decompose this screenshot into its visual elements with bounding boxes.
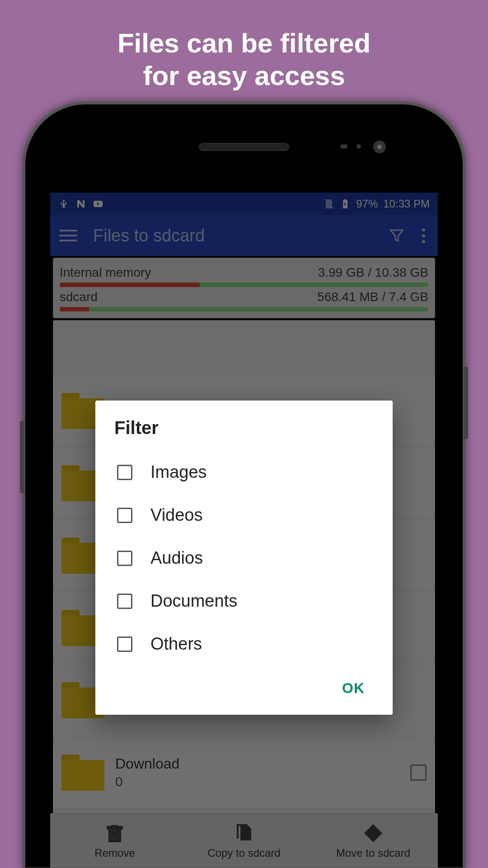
filter-option-videos[interactable]: Videos xyxy=(114,494,374,537)
checkbox[interactable] xyxy=(117,594,132,609)
checkbox[interactable] xyxy=(117,508,132,523)
filter-label: Images xyxy=(150,462,207,482)
filter-label: Others xyxy=(150,634,202,654)
filter-option-others[interactable]: Others xyxy=(114,623,374,665)
phone-screen: 97% 10:33 PM Files to sdcard Internal me… xyxy=(50,193,438,868)
filter-dialog: Filter Images Videos Audios Documents xyxy=(95,401,393,715)
filter-label: Documents xyxy=(150,591,237,611)
filter-option-documents[interactable]: Documents xyxy=(114,580,374,623)
phone-speaker xyxy=(199,143,289,151)
promo-heading: Files can be filtered for easy access xyxy=(0,0,488,110)
checkbox[interactable] xyxy=(117,551,132,566)
filter-label: Videos xyxy=(150,505,203,525)
filter-option-audios[interactable]: Audios xyxy=(114,537,374,580)
phone-frame: 97% 10:33 PM Files to sdcard Internal me… xyxy=(23,102,465,868)
phone-sensor xyxy=(357,144,361,149)
filter-option-images[interactable]: Images xyxy=(114,451,374,494)
ok-button[interactable]: OK xyxy=(333,675,374,702)
phone-sensor xyxy=(340,144,347,149)
phone-camera xyxy=(373,141,386,153)
checkbox[interactable] xyxy=(117,637,132,652)
promo-line1: Files can be filtered xyxy=(117,28,371,58)
filter-label: Audios xyxy=(150,548,203,568)
dialog-title: Filter xyxy=(114,418,374,438)
checkbox[interactable] xyxy=(117,465,132,480)
promo-line2: for easy access xyxy=(143,61,345,91)
